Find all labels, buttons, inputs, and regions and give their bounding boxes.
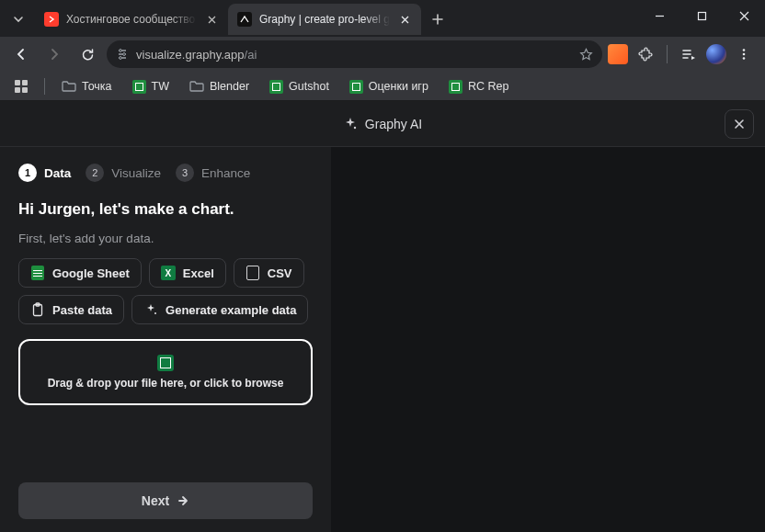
nav-back-button[interactable] bbox=[7, 40, 35, 68]
window-close-button[interactable] bbox=[723, 0, 765, 31]
app-brand: Graphy AI bbox=[343, 117, 422, 131]
svg-point-1 bbox=[120, 50, 122, 52]
source-excel-button[interactable]: Excel bbox=[149, 258, 226, 288]
extension-icon[interactable] bbox=[608, 44, 628, 64]
step-number: 1 bbox=[18, 164, 37, 182]
bookmark-label: Точка bbox=[82, 80, 112, 93]
nav-reload-button[interactable] bbox=[74, 40, 101, 68]
folder-icon bbox=[62, 80, 76, 93]
toolbar-right-icons bbox=[608, 40, 758, 68]
kebab-icon bbox=[737, 48, 750, 61]
clipboard-icon bbox=[30, 302, 45, 317]
tab-strip: Хостинговое сообщество «Tin Graphy | cre… bbox=[0, 0, 638, 33]
svg-rect-0 bbox=[698, 12, 705, 19]
chevron-right-icon bbox=[48, 16, 55, 23]
sheets-icon bbox=[269, 80, 283, 94]
bookmark-label: Gutshot bbox=[289, 80, 329, 93]
bookmark-label: Blender bbox=[210, 80, 249, 93]
extensions-button[interactable] bbox=[632, 40, 659, 68]
maximize-icon bbox=[697, 11, 707, 21]
tab-favicon bbox=[237, 12, 252, 27]
url-path: /ai bbox=[245, 48, 257, 62]
greeting-heading: Hi Jurgen, let's make a chart. bbox=[18, 200, 313, 219]
bookmark-folder[interactable]: Blender bbox=[182, 76, 257, 96]
svg-point-3 bbox=[120, 57, 122, 60]
source-csv-button[interactable]: CSV bbox=[234, 258, 304, 288]
source-google-sheet-button[interactable]: Google Sheet bbox=[18, 258, 142, 288]
file-dropzone[interactable]: Drag & drop your file here, or click to … bbox=[18, 339, 313, 405]
close-icon bbox=[739, 11, 749, 21]
tab-inactive-0[interactable]: Хостинговое сообщество «Tin bbox=[35, 4, 228, 35]
next-button[interactable]: Next bbox=[18, 482, 313, 519]
reload-icon bbox=[81, 48, 95, 62]
app-header: Graphy AI bbox=[0, 101, 765, 147]
sparkle-icon bbox=[343, 117, 358, 131]
bookmarks-bar: Точка TW Blender Gutshot Оценки игр RC R… bbox=[0, 72, 765, 101]
bookmark-star-button[interactable] bbox=[579, 48, 593, 62]
address-bar[interactable]: visualize.graphy.app/ai bbox=[107, 40, 602, 68]
bookmark-label: TW bbox=[152, 80, 169, 93]
window-minimize-button[interactable] bbox=[638, 0, 680, 31]
step-visualize[interactable]: 2 Visualize bbox=[86, 164, 161, 182]
arrow-right-icon bbox=[177, 494, 189, 507]
url-text: visualize.graphy.app/ai bbox=[136, 48, 572, 62]
step-label: Enhance bbox=[201, 166, 250, 180]
nav-forward-button[interactable] bbox=[40, 40, 68, 68]
window-controls bbox=[638, 0, 765, 31]
tab-close-button[interactable] bbox=[397, 12, 412, 27]
browser-menu-button[interactable] bbox=[730, 40, 758, 68]
svg-point-2 bbox=[123, 53, 126, 56]
step-number: 2 bbox=[86, 164, 104, 182]
close-panel-button[interactable] bbox=[725, 109, 754, 139]
page-content: Graphy AI 1 Data 2 Visualize 3 Enhance bbox=[0, 101, 765, 532]
source-generate-button[interactable]: Generate example data bbox=[131, 295, 308, 324]
site-info-button[interactable] bbox=[116, 48, 129, 61]
puzzle-icon bbox=[638, 47, 653, 62]
wizard-steps: 1 Data 2 Visualize 3 Enhance bbox=[18, 164, 313, 182]
arrow-left-icon bbox=[14, 47, 29, 62]
toolbar-divider bbox=[667, 45, 668, 63]
spreadsheet-icon bbox=[157, 355, 174, 371]
tab-title: Graphy | create pro-level graph bbox=[259, 13, 390, 26]
browser-toolbar: visualize.graphy.app/ai bbox=[0, 37, 765, 72]
step-number: 3 bbox=[176, 164, 194, 182]
tune-icon bbox=[116, 48, 129, 61]
window-titlebar: Хостинговое сообщество «Tin Graphy | cre… bbox=[0, 0, 765, 37]
bookmark-item[interactable]: TW bbox=[125, 76, 177, 97]
sheets-icon bbox=[132, 80, 146, 94]
svg-point-4 bbox=[743, 49, 746, 51]
playlist-icon bbox=[681, 47, 696, 62]
media-control-button[interactable] bbox=[675, 40, 702, 68]
chevron-down-icon bbox=[13, 14, 24, 25]
source-paste-button[interactable]: Paste data bbox=[18, 295, 124, 324]
svg-point-10 bbox=[154, 312, 156, 314]
apps-button[interactable] bbox=[7, 76, 35, 96]
profile-avatar-button[interactable] bbox=[706, 44, 726, 64]
next-label: Next bbox=[142, 493, 169, 508]
dropzone-label: Drag & drop your file here, or click to … bbox=[48, 377, 284, 390]
app-brand-label: Graphy AI bbox=[365, 117, 422, 131]
bookmark-item[interactable]: Оценки игр bbox=[342, 76, 436, 97]
close-icon bbox=[734, 119, 745, 130]
bookmark-item[interactable]: RC Rep bbox=[441, 76, 516, 97]
pill-label: Paste data bbox=[52, 303, 112, 317]
new-tab-button[interactable] bbox=[425, 6, 451, 32]
preview-pane bbox=[331, 147, 765, 532]
step-enhance[interactable]: 3 Enhance bbox=[176, 164, 250, 182]
tab-close-button[interactable] bbox=[204, 12, 219, 27]
svg-point-7 bbox=[354, 126, 356, 128]
tab-search-dropdown[interactable] bbox=[6, 6, 31, 32]
folder-icon bbox=[189, 80, 204, 93]
step-label: Data bbox=[44, 166, 71, 180]
left-pane: 1 Data 2 Visualize 3 Enhance Hi Jurgen, … bbox=[0, 147, 331, 532]
sparkle-icon bbox=[143, 302, 158, 317]
window-maximize-button[interactable] bbox=[680, 0, 723, 31]
bookmark-item[interactable]: Gutshot bbox=[262, 76, 337, 97]
tab-active[interactable]: Graphy | create pro-level graph bbox=[228, 4, 421, 35]
star-icon bbox=[579, 48, 593, 62]
bookmark-folder[interactable]: Точка bbox=[54, 76, 120, 96]
tab-favicon bbox=[44, 12, 59, 27]
step-data[interactable]: 1 Data bbox=[18, 164, 71, 182]
svg-point-6 bbox=[743, 57, 746, 60]
subtext: First, let's add your data. bbox=[18, 232, 313, 245]
